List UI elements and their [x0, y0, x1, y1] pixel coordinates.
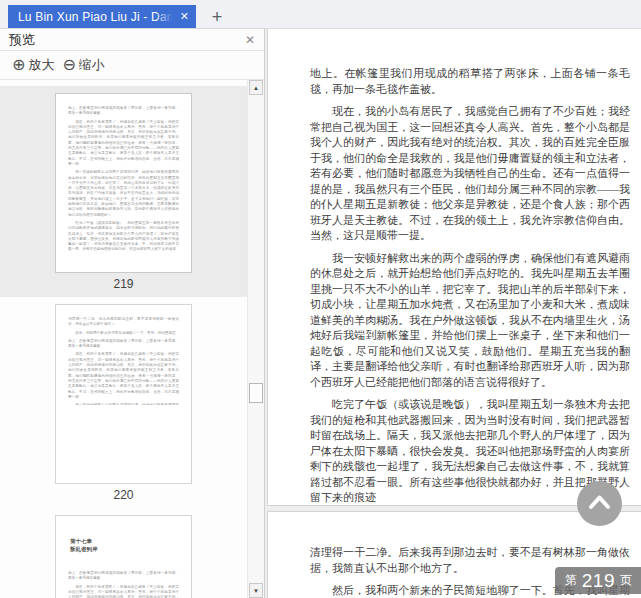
chevron-up-icon [577, 481, 622, 526]
thumbnail-page[interactable]: 第十七章叛乱者到岸地上。在帐篷里我们用现成的稻草搭了两张床，上面各铺一条毛毯，再… [55, 515, 192, 598]
badge-page-number: 219 [582, 570, 615, 592]
thumbnail-text: 地上。在帐篷里我们用现成的稻草搭了两张床，上面各铺一条毛毯，再加一条毛毯作盖被。… [68, 106, 179, 256]
pdf-page-219: 地上。在帐篷里我们用现成的稻草搭了两张床，上面各铺一条毛毯，再加一条毛毯作盖被。… [267, 29, 641, 506]
paragraph: 地上。在帐篷里我们用现成的稻草搭了两张床，上面各铺一条毛毯，再加一条毛毯作盖被。 [68, 571, 179, 582]
zoom-out-label: 缩小 [79, 56, 105, 74]
tab-bar: Lu Bin Xun Piao Liu Ji - Dan N ✕ + [0, 0, 641, 29]
thumbnail-page-number: 219 [0, 277, 247, 291]
page-219-text: 地上。在帐篷里我们用现成的稻草搭了两张床，上面各铺一条毛毯，再加一条毛毯作盖被。… [310, 29, 630, 506]
scroll-down-button[interactable]: ▼ [249, 583, 263, 598]
thumbnail-text: 清理得一干二净。后来我再到那边去时，要不是有树林那一角做依据，我简直认不出那个地… [68, 317, 179, 405]
tab-title: Lu Bin Xun Piao Liu Ji - Dan N [18, 10, 176, 24]
tab-close-icon[interactable]: ✕ [180, 11, 189, 22]
badge-suffix: 页 [620, 572, 632, 589]
chapter-title: 叛乱者到岸 [70, 545, 179, 553]
paragraph: 清理得一干二净。后来我再到那边去时，要不是有树林那一角做依据，我简直认不出那个地… [68, 317, 179, 328]
zoom-in-icon: ⊕ [12, 57, 25, 73]
preview-sidebar: 预览 ✕ ⊕ 放大 ⊖ 缩小 地上。在帐篷里我们用现成的稻草搭了两张床，上面各铺… [0, 29, 265, 598]
pdf-reader-window: Lu Bin Xun Piao Liu Ji - Dan N ✕ + 预览 ✕ … [0, 0, 641, 598]
paragraph: 地上。在帐篷里我们用现成的稻草搭了两张床，上面各铺一条毛毯，再加一条毛毯作盖被。 [68, 339, 179, 350]
paragraph: 地上。在帐篷里我们用现成的稻草搭了两张床，上面各铺一条毛毯，再加一条毛毯作盖被。 [68, 106, 179, 117]
zoom-out-icon: ⊖ [62, 57, 75, 73]
scrollbar-thumb[interactable] [249, 383, 263, 403]
sidebar-scrollbar[interactable]: ▲ ▼ [247, 80, 264, 598]
page-number-badge: 第 219 页 [555, 567, 641, 594]
chapter-heading: 第十七章叛乱者到岸 [70, 537, 179, 553]
thumbnail-item-chapter[interactable]: 第十七章叛乱者到岸地上。在帐篷里我们用现成的稻草搭了两张床，上面各铺一条毛毯，再… [0, 508, 247, 598]
zoom-in-label: 放大 [28, 56, 54, 74]
thumbnail-items: 地上。在帐篷里我们用现成的稻草搭了两张床，上面各铺一条毛毯，再加一条毛毯作盖被。… [0, 80, 247, 598]
paragraph: 现在，我的小岛有居民了，我感觉自己拥有了不少百姓；我经常把自己视为国王，这一回想… [310, 104, 630, 244]
paragraph: 吃完了午饭（或该说是晚饭），我叫星期五划一条独木舟去把我们的短枪和其他武器搬回来… [68, 221, 179, 253]
paragraph: 现在，我的小岛有居民了，我感觉自己拥有了不少百姓；我经常把自己视为国王，这一回想… [68, 120, 179, 168]
thumbnail-text: 地上。在帐篷里我们用现成的稻草搭了两张床，上面各铺一条毛毯，再加一条毛毯作盖被。… [68, 571, 179, 598]
thumbnail-list: 地上。在帐篷里我们用现成的稻草搭了两张床，上面各铺一条毛毯，再加一条毛毯作盖被。… [0, 80, 264, 598]
badge-prefix: 第 [565, 572, 577, 589]
paragraph: 我一安顿好解救出来的两个虚弱的俘虏，确保他们有遮风避雨的休息处之后，就开始想给他… [68, 403, 179, 405]
paragraph: 现在，我的小岛有居民了，我感觉自己拥有了不少百姓；我经常把自己视为国王，这一回想… [68, 352, 179, 400]
preview-panel-title: 预览 [9, 31, 35, 49]
document-tab[interactable]: Lu Bin Xun Piao Liu Ji - Dan N ✕ [8, 5, 196, 28]
thumbnail-page[interactable]: 清理得一干二净。后来我再到那边去时，要不是有树林那一角做依据，我简直认不出那个地… [55, 304, 192, 484]
thumbnail-item-page-220[interactable]: 清理得一干二净。后来我再到那边去时，要不是有树林那一角做依据，我简直认不出那个地… [0, 297, 247, 508]
paragraph: 我一安顿好解救出来的两个虚弱的俘虏，确保他们有遮风避雨的休息处之后，就开始想给他… [310, 251, 630, 391]
paragraph: 我一安顿好解救出来的两个虚弱的俘虏，确保他们有遮风避雨的休息处之后，就开始想给他… [68, 170, 179, 218]
zoom-out-button[interactable]: ⊖ 缩小 [62, 56, 104, 74]
back-to-top-button[interactable] [577, 481, 622, 526]
preview-close-icon[interactable]: ✕ [245, 34, 255, 46]
paragraph: 现在，我的小岛有居民了，我感觉自己拥有了不少百姓；我经常把自己视为国王，这一回想… [68, 585, 179, 598]
scroll-up-button[interactable]: ▲ [249, 80, 263, 95]
thumbnail-page[interactable]: 地上。在帐篷里我们用现成的稻草搭了两张床，上面各铺一条毛毯，再加一条毛毯作盖被。… [55, 93, 192, 273]
paragraph: 然后，我和两个新来的子民简短地聊了一下。首先，我叫星期五 [68, 331, 179, 336]
new-tab-button[interactable]: + [204, 6, 230, 28]
thumbnail-zoom-controls: ⊕ 放大 ⊖ 缩小 [0, 51, 264, 80]
zoom-in-button[interactable]: ⊕ 放大 [12, 56, 54, 74]
preview-panel-header: 预览 ✕ [0, 29, 264, 51]
thumbnail-item-page-219[interactable]: 地上。在帐篷里我们用现成的稻草搭了两张床，上面各铺一条毛毯，再加一条毛毯作盖被。… [0, 86, 247, 297]
thumbnail-page-number: 220 [0, 488, 247, 502]
document-view: 地上。在帐篷里我们用现成的稻草搭了两张床，上面各铺一条毛毯，再加一条毛毯作盖被。… [265, 29, 641, 598]
window-body: 预览 ✕ ⊕ 放大 ⊖ 缩小 地上。在帐篷里我们用现成的稻草搭了两张床，上面各铺… [0, 29, 641, 598]
paragraph: 地上。在帐篷里我们用现成的稻草搭了两张床，上面各铺一条毛毯，再加一条毛毯作盖被。 [310, 66, 630, 97]
